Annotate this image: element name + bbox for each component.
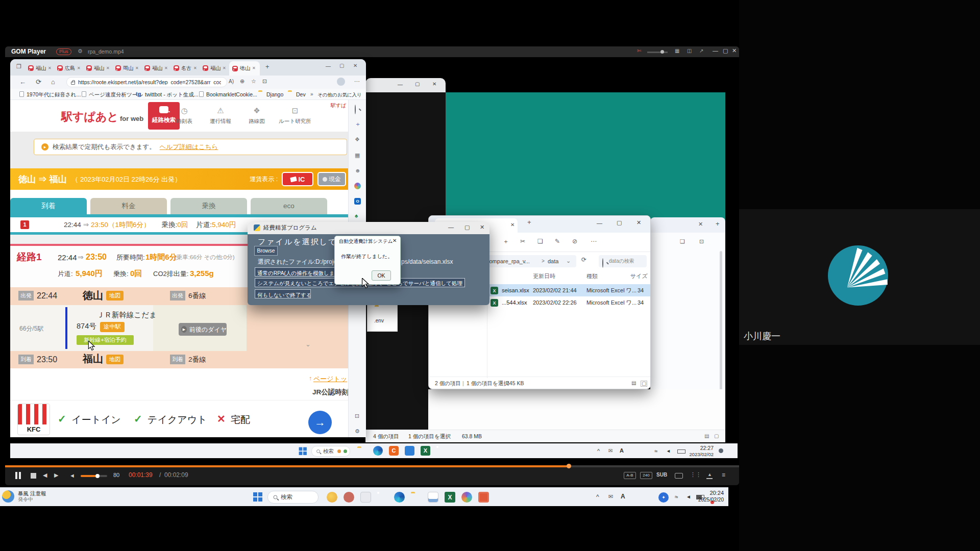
- close-button[interactable]: ✕: [353, 63, 357, 68]
- participant-video-tile[interactable]: 小川慶一: [739, 209, 980, 345]
- tab-close-icon[interactable]: ✕: [193, 66, 197, 70]
- minimize-button[interactable]: —: [597, 220, 602, 226]
- new-tab-button[interactable]: +: [265, 63, 270, 70]
- sidebar-add-icon[interactable]: ＋: [355, 121, 361, 127]
- fullscreen-icon[interactable]: ↗: [699, 48, 703, 54]
- url-box[interactable]: https://roote.ekispert.net/ja/result?dep…: [66, 77, 227, 87]
- clock[interactable]: 22:27 2023/02/02: [683, 445, 714, 457]
- edge-taskbar-icon[interactable]: [373, 446, 383, 456]
- column-header-modified[interactable]: 更新日時: [533, 273, 555, 279]
- weather-widget[interactable]: 暴風 注意報 発令中: [2, 490, 46, 503]
- chevron-down-icon[interactable]: ⌄: [566, 258, 571, 264]
- arr-station[interactable]: 福山: [83, 354, 103, 364]
- sidebar-shopping-icon[interactable]: ❖: [355, 137, 360, 142]
- bookmark-item[interactable]: BookmarkletCookie...: [206, 92, 257, 97]
- tree-planting-icon[interactable]: ♠: [355, 213, 358, 219]
- pause-button[interactable]: [15, 472, 17, 479]
- refresh-icon[interactable]: ⟳: [581, 257, 586, 263]
- bookmark-item[interactable]: ページ速度分析ツール: [89, 92, 143, 97]
- tab-close-icon[interactable]: ✕: [135, 66, 139, 70]
- tab-close-icon[interactable]: ✕: [77, 66, 81, 70]
- read-aloud-icon[interactable]: A): [229, 79, 234, 84]
- dep-station[interactable]: 徳山: [83, 290, 103, 300]
- corner-link[interactable]: 駅すぱ: [331, 103, 346, 108]
- equalizer-button[interactable]: ⋮⋮: [690, 472, 701, 478]
- widgets-taskbar-icon[interactable]: [327, 492, 337, 503]
- breadcrumb-current[interactable]: data: [548, 259, 558, 264]
- bookmarks-overflow-icon[interactable]: »: [310, 92, 313, 97]
- tab-close-icon[interactable]: ✕: [106, 66, 110, 70]
- stop-button[interactable]: [31, 473, 36, 479]
- tab-transfer[interactable]: 乗換: [170, 198, 247, 214]
- collections-icon[interactable]: ⊡: [262, 79, 267, 84]
- line-name[interactable]: ＪＲ新幹線こだま: [97, 311, 157, 319]
- details-view-icon[interactable]: ▢: [714, 434, 719, 439]
- tab-close-icon[interactable]: ✕: [252, 66, 256, 70]
- bookmark-item[interactable]: Django: [266, 92, 283, 97]
- ab-repeat-button[interactable]: A-B: [624, 472, 636, 479]
- chat-icon[interactable]: ✉: [608, 448, 612, 454]
- tab-close-icon[interactable]: ✕: [48, 66, 52, 70]
- ad-arrow-button[interactable]: →: [308, 411, 332, 434]
- delete-icon[interactable]: ⊘: [572, 238, 577, 244]
- browse-button[interactable]: Browse: [254, 246, 278, 256]
- tray-expand-icon[interactable]: ^: [596, 494, 599, 500]
- column-header-type[interactable]: 種類: [586, 273, 598, 279]
- browser-tab[interactable]: 岡山 ✕: [113, 62, 142, 74]
- playlist-button[interactable]: ≡: [722, 472, 725, 478]
- photos-taskbar-icon[interactable]: [461, 492, 472, 503]
- contacts-taskbar-icon[interactable]: [344, 492, 354, 503]
- rename-icon[interactable]: ✎: [555, 238, 560, 244]
- sidebar-tools-icon[interactable]: ▦: [355, 153, 360, 158]
- dialog-titlebar[interactable]: 経費精算プログラム — ▢ ✕: [248, 222, 489, 234]
- snip-taskbar-icon[interactable]: [360, 492, 371, 503]
- ic-fare-button[interactable]: IC: [282, 172, 313, 186]
- browser-tab[interactable]: 福山 ✕: [26, 62, 55, 74]
- cash-fare-button[interactable]: 現金: [317, 172, 346, 186]
- seek-knob[interactable]: [567, 464, 571, 468]
- sidebar-games-icon[interactable]: ☻: [355, 168, 361, 173]
- notes-taskbar-icon[interactable]: [428, 492, 438, 503]
- pagetop-link[interactable]: ページトッ: [313, 375, 347, 382]
- table-row[interactable]: X seisan.xlsx 2023/02/02 21:44 Microsoft…: [488, 284, 650, 296]
- tab-close-icon[interactable]: ✕: [698, 221, 703, 227]
- close-button[interactable]: ✕: [480, 224, 484, 230]
- volume-icon[interactable]: ◄: [69, 473, 75, 479]
- teams-tray-icon[interactable]: ✦: [658, 492, 669, 503]
- outlook-icon[interactable]: O: [354, 198, 361, 205]
- next-button[interactable]: ▶: [54, 472, 58, 478]
- back-icon[interactable]: ←: [19, 79, 26, 85]
- app-taskbar-icon[interactable]: [405, 446, 414, 456]
- home-icon[interactable]: ⌂: [51, 79, 55, 85]
- timetable-button[interactable]: ▶ 前後のダイヤ: [179, 323, 227, 336]
- close-button[interactable]: ✕: [636, 220, 641, 226]
- speaker-icon[interactable]: ◄: [666, 449, 671, 454]
- close-button[interactable]: ✕: [732, 48, 737, 54]
- minimize-button[interactable]: —: [398, 82, 403, 87]
- nav-timetable[interactable]: ◷ 時刻表: [172, 106, 197, 124]
- more-icon[interactable]: ⋯: [591, 238, 597, 244]
- wifi-icon[interactable]: ≈: [654, 448, 657, 454]
- close-button[interactable]: ✕: [432, 82, 436, 87]
- tray-expand-icon[interactable]: ^: [597, 448, 600, 454]
- browser-tab[interactable]: 福山 ✕: [84, 62, 113, 74]
- panel-icon[interactable]: ▦: [675, 48, 679, 54]
- paste-icon[interactable]: ⊡: [699, 239, 704, 244]
- browser-tab[interactable]: 名古 ✕: [171, 62, 200, 74]
- list-view-icon[interactable]: ▤: [704, 434, 709, 439]
- copy-icon[interactable]: ❏: [537, 238, 543, 244]
- maximize-button[interactable]: ▢: [339, 63, 344, 68]
- more-icon[interactable]: ⋯: [354, 79, 360, 84]
- tab-close-icon[interactable]: ✕: [164, 66, 168, 70]
- minimize-button[interactable]: —: [448, 224, 454, 230]
- sidebar-settings-icon[interactable]: ⚙: [355, 429, 360, 434]
- cut-icon[interactable]: ✂: [520, 238, 525, 244]
- eject-button[interactable]: ▲: [707, 472, 712, 477]
- prev-button[interactable]: ◀: [43, 472, 47, 478]
- copilot-icon[interactable]: [354, 183, 361, 189]
- subtitle-button[interactable]: SUB: [656, 472, 667, 478]
- column-header-size[interactable]: サイズ: [630, 273, 648, 279]
- browser-tab-active[interactable]: 徳山 ✕: [229, 61, 260, 76]
- browser-tab[interactable]: 福山 ✕: [200, 62, 229, 74]
- other-favorites[interactable]: その他のお気に入り: [317, 92, 362, 97]
